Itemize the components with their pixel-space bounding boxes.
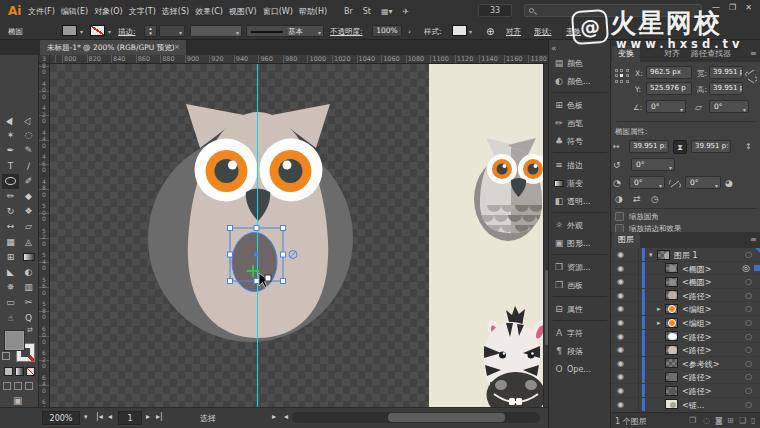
draw-normal-icon[interactable] [3, 382, 11, 390]
shape-link[interactable]: 形状: [534, 27, 552, 37]
type-tool[interactable]: T [2, 159, 19, 174]
screen-mode-icon[interactable]: ▣ [13, 395, 22, 406]
mesh-tool[interactable]: ⊞ [2, 250, 19, 265]
gradient-mode-button[interactable] [15, 367, 24, 376]
target-icon[interactable]: ○ [745, 332, 752, 341]
zoom-level[interactable]: 200% [42, 411, 80, 425]
prev-artboard-button[interactable]: ◂ [108, 412, 112, 421]
layer-thumbnail[interactable] [665, 345, 678, 355]
tab-close-icon[interactable]: × [174, 40, 180, 55]
stock-button[interactable]: St [363, 7, 371, 16]
dock-collapse-icon[interactable]: « [551, 43, 557, 53]
layer-name[interactable]: <路径> [682, 372, 711, 383]
reset-pie-icon[interactable]: ◷ [651, 194, 659, 204]
layer-name[interactable]: <路径> [682, 345, 711, 356]
visibility-eye-icon[interactable]: ◉ [617, 386, 624, 395]
target-icon[interactable]: ○ [745, 304, 752, 313]
pen-tool[interactable]: ✒ [2, 143, 19, 158]
gradient-tool[interactable] [20, 250, 37, 265]
menu-item-5[interactable]: 效果(C) [195, 6, 223, 17]
paintbrush-tool[interactable]: ✐ [20, 174, 37, 189]
locate-object-icon[interactable]: ◌ [703, 416, 710, 425]
layers-menu-icon[interactable]: ≡ [750, 235, 757, 244]
shape-builder-tool[interactable]: ▦ [2, 235, 19, 250]
workspace-switcher[interactable]: 33 [478, 4, 512, 17]
horizontal-scrollbar[interactable] [292, 412, 540, 423]
target-icon[interactable]: ○ [745, 372, 752, 381]
dock-item-stroke[interactable]: ≡描边 [551, 156, 609, 174]
bridge-button[interactable]: Br [344, 7, 353, 16]
ellipse-angle-dropdown[interactable]: 0°▾ [631, 158, 675, 171]
make-mask-icon[interactable]: ◙ [715, 416, 723, 425]
layer-name[interactable]: <路径> [682, 291, 711, 302]
pie-end-dropdown[interactable]: 0°▾ [685, 176, 721, 189]
visibility-eye-icon[interactable]: ◉ [617, 264, 624, 273]
selection-center-point[interactable] [255, 253, 259, 257]
document-tab[interactable]: 未标题-1* @ 200% (RGB/GPU 预览) [40, 40, 186, 55]
layer-thumbnail[interactable] [665, 277, 678, 287]
menu-item-6[interactable]: 视图(V) [229, 6, 257, 17]
layer-thumbnail[interactable] [665, 399, 678, 409]
tab-layers[interactable]: 图层 [612, 232, 640, 248]
visibility-eye-icon[interactable]: ◉ [617, 318, 624, 327]
target-icon[interactable]: ○ [745, 386, 752, 395]
hand-tool[interactable]: ☝ [2, 311, 19, 326]
menu-item-3[interactable]: 文字(T) [129, 6, 156, 17]
layer-row[interactable]: ◉▸<编组>○ [611, 302, 760, 316]
target-icon[interactable]: ○ [745, 400, 752, 409]
menu-item-7[interactable]: 窗口(W) [263, 6, 293, 17]
visibility-eye-icon[interactable]: ◉ [617, 372, 624, 381]
expand-arrow-icon[interactable]: ▸ [657, 319, 661, 327]
dock-item-graphic-styles[interactable]: ▣图形... [551, 234, 609, 252]
layer-row[interactable]: ◉<路径>○ [611, 343, 760, 357]
ellipse-tool[interactable] [2, 174, 19, 189]
delete-layer-icon[interactable]: ▯ [751, 416, 755, 425]
curvature-tool[interactable]: ✎ [20, 143, 37, 158]
layer-row[interactable]: ◉<路径>○ [611, 289, 760, 303]
layer-name[interactable]: <编组> [682, 304, 711, 315]
lasso-tool[interactable]: ◌ [20, 128, 37, 143]
visibility-eye-icon[interactable]: ◉ [617, 250, 624, 259]
layer-row[interactable]: ◉▸<编组>○ [611, 316, 760, 330]
color-mode-button[interactable] [4, 367, 13, 376]
layer-row[interactable]: ◉<参考线>○ [611, 357, 760, 371]
menu-item-8[interactable]: 帮助(H) [299, 6, 327, 17]
dock-item-brushes[interactable]: ✏画笔 [551, 114, 609, 132]
app-logo[interactable]: Ai [8, 4, 21, 18]
shear-angle-dropdown[interactable]: 0°▾ [709, 100, 749, 113]
canvas[interactable] [50, 64, 543, 407]
menu-item-1[interactable]: 编辑(E) [61, 6, 88, 17]
artboard-number[interactable]: 1 [118, 411, 142, 425]
target-icon[interactable]: ○ [745, 345, 752, 354]
vertical-ruler[interactable]: 3804004204404604805005205405605806006206… [39, 64, 50, 407]
stroke-style-dropdown[interactable]: 基本 ▾ [246, 25, 324, 37]
eraser-tool[interactable]: ◆ [20, 189, 37, 204]
direct-selection-tool[interactable]: ▷ [20, 113, 37, 128]
visibility-eye-icon[interactable]: ◉ [617, 277, 624, 286]
arrange-documents-icon[interactable]: ▦▾ [381, 7, 393, 16]
dock-item-swatches[interactable]: ⊞色板 [551, 96, 609, 114]
layer-thumbnail[interactable] [665, 290, 678, 300]
next-artboard-button[interactable]: ▸ [146, 412, 150, 421]
visibility-eye-icon[interactable]: ◉ [617, 359, 624, 368]
swap-pie-icon[interactable]: ⇄ [633, 194, 641, 204]
free-transform-tool[interactable]: ▱ [20, 219, 37, 234]
visibility-eye-icon[interactable]: ◉ [617, 332, 624, 341]
swap-fill-stroke-icon[interactable]: ⇄ [27, 326, 33, 334]
layer-row[interactable]: ◉<椭圆>◎ [611, 262, 760, 276]
symbol-sprayer-tool[interactable]: ✵ [2, 280, 19, 295]
stroke-weight-dropdown[interactable]: ▾ [159, 25, 185, 37]
dock-item-asset-export[interactable]: ❐资源... [551, 258, 609, 276]
dock-item-character[interactable]: A字符 [551, 324, 609, 342]
fill-swatch[interactable] [62, 25, 77, 36]
layer-thumbnail[interactable] [665, 304, 678, 314]
menu-item-4[interactable]: 选择(S) [162, 6, 189, 17]
target-icon[interactable]: ○ [745, 277, 752, 286]
line-tool[interactable]: ∕ [20, 159, 37, 174]
constrain-proportions-icon[interactable] [745, 68, 757, 94]
layer-row[interactable]: ◉<路径>○ [611, 330, 760, 344]
collect-export-icon[interactable]: ❐ [689, 416, 696, 425]
layer-row[interactable]: ◉<路径>○ [611, 384, 760, 398]
default-fill-stroke-icon[interactable] [2, 352, 10, 360]
rotate-tool[interactable]: ↻ [2, 204, 19, 219]
